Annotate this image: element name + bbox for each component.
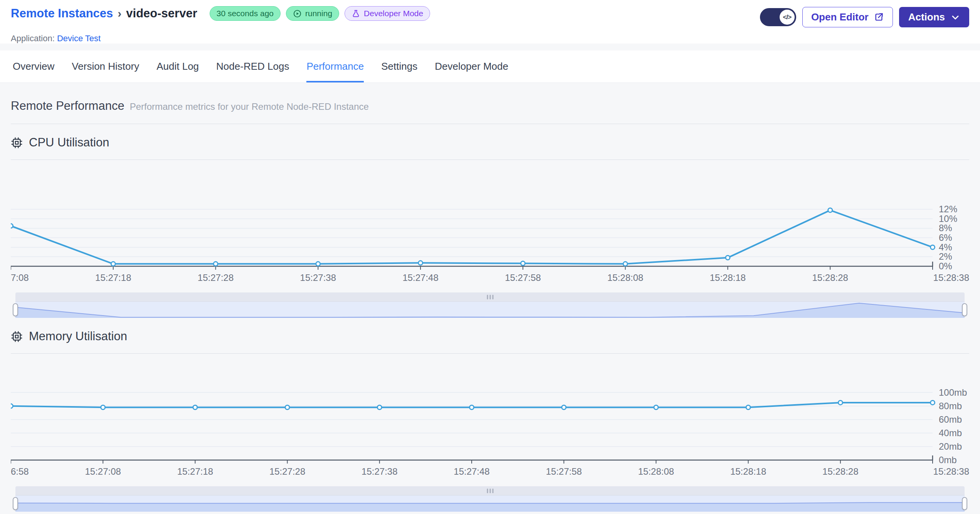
divider bbox=[11, 124, 969, 124]
breadcrumb-separator: › bbox=[117, 7, 122, 20]
svg-text:15:28:08: 15:28:08 bbox=[638, 466, 674, 477]
svg-text:15:27:38: 15:27:38 bbox=[300, 272, 336, 283]
breadcrumb-remote-instances-link[interactable]: Remote Instances bbox=[11, 7, 113, 20]
svg-text:15:27:58: 15:27:58 bbox=[505, 272, 541, 283]
svg-text:15:28:38: 15:28:38 bbox=[933, 272, 969, 283]
svg-text:15:27:18: 15:27:18 bbox=[177, 466, 213, 477]
cpu-brush-area-chart bbox=[15, 302, 965, 318]
cpu-brush-right-handle[interactable] bbox=[962, 303, 967, 316]
tab-audit-log[interactable]: Audit Log bbox=[156, 60, 199, 82]
tab-overview[interactable]: Overview bbox=[13, 60, 54, 82]
main-content: Remote Performance Performance metrics f… bbox=[0, 83, 980, 512]
external-link-icon bbox=[874, 12, 884, 22]
svg-text:20mb: 20mb bbox=[939, 441, 962, 452]
open-editor-button[interactable]: Open Editor bbox=[802, 7, 893, 27]
memory-section-title: Memory Utilisation bbox=[11, 329, 969, 343]
svg-text:40mb: 40mb bbox=[939, 428, 962, 438]
memory-chip-icon bbox=[11, 331, 23, 343]
svg-text:15:27:38: 15:27:38 bbox=[361, 466, 397, 477]
page-header: Remote Instances › video-server 30 secon… bbox=[0, 0, 980, 44]
svg-text:15:28:38: 15:28:38 bbox=[933, 466, 969, 477]
cpu-section-label: CPU Utilisation bbox=[29, 136, 109, 149]
cpu-brush-preview bbox=[15, 302, 965, 318]
breadcrumb-current-instance: video-server bbox=[126, 7, 197, 20]
svg-text:0%: 0% bbox=[939, 261, 952, 271]
tab-version-history[interactable]: Version History bbox=[72, 60, 139, 82]
breadcrumb: Remote Instances › video-server bbox=[11, 7, 197, 20]
tab-node-red-logs[interactable]: Node-RED Logs bbox=[216, 60, 289, 82]
svg-text:0mb: 0mb bbox=[939, 455, 957, 465]
svg-text:2%: 2% bbox=[939, 251, 952, 262]
flask-icon bbox=[351, 9, 360, 18]
application-label: Application: bbox=[11, 34, 55, 43]
svg-text:15:28:08: 15:28:08 bbox=[607, 272, 643, 283]
status-badges: 30 seconds ago running Developer Mode bbox=[210, 6, 430, 21]
memory-brush-preview bbox=[15, 496, 965, 512]
open-editor-label: Open Editor bbox=[811, 11, 869, 23]
tab-settings[interactable]: Settings bbox=[381, 60, 417, 82]
svg-text:12%: 12% bbox=[939, 204, 957, 214]
svg-text:7:08: 7:08 bbox=[11, 272, 29, 283]
svg-text:100mb: 100mb bbox=[939, 387, 967, 398]
memory-brush-drag-bar[interactable] bbox=[15, 486, 965, 496]
svg-text:15:27:28: 15:27:28 bbox=[269, 466, 305, 477]
svg-text:15:27:08: 15:27:08 bbox=[85, 466, 121, 477]
cpu-chip-icon bbox=[11, 137, 23, 149]
running-status-badge: running bbox=[286, 6, 339, 21]
cpu-section-title: CPU Utilisation bbox=[11, 136, 969, 149]
memory-section-label: Memory Utilisation bbox=[29, 329, 127, 343]
svg-text:15:28:18: 15:28:18 bbox=[730, 466, 766, 477]
svg-text:15:27:58: 15:27:58 bbox=[546, 466, 582, 477]
svg-text:15:28:28: 15:28:28 bbox=[812, 272, 848, 283]
tab-developer-mode[interactable]: Developer Mode bbox=[435, 60, 508, 82]
application-link[interactable]: Device Test bbox=[57, 34, 101, 43]
grip-icon bbox=[487, 489, 493, 493]
tab-bar: Overview Version History Audit Log Node-… bbox=[0, 50, 980, 83]
svg-text:15:28:18: 15:28:18 bbox=[710, 272, 746, 283]
cpu-brush-drag-bar[interactable] bbox=[15, 292, 965, 302]
page-title: Remote Performance bbox=[11, 99, 124, 113]
memory-brush-left-handle[interactable] bbox=[13, 497, 18, 510]
svg-text:15:27:48: 15:27:48 bbox=[454, 466, 489, 477]
running-status-label: running bbox=[305, 9, 332, 18]
last-seen-badge: 30 seconds ago bbox=[210, 6, 281, 21]
svg-text:15:27:28: 15:27:28 bbox=[198, 272, 234, 283]
svg-text:10%: 10% bbox=[939, 213, 957, 224]
play-circle-icon bbox=[293, 9, 302, 18]
svg-text:80mb: 80mb bbox=[939, 401, 962, 411]
memory-brush-area-chart bbox=[15, 496, 965, 512]
last-seen-label: 30 seconds ago bbox=[217, 9, 274, 18]
svg-text:60mb: 60mb bbox=[939, 414, 962, 425]
chevron-down-icon bbox=[951, 13, 960, 22]
memory-chart-range-selector[interactable] bbox=[15, 486, 965, 512]
cpu-chart-range-selector[interactable] bbox=[15, 292, 965, 318]
divider bbox=[11, 353, 969, 354]
memory-utilisation-chart: 6:5815:27:0815:27:1815:27:2815:27:3815:2… bbox=[11, 372, 969, 478]
svg-text:8%: 8% bbox=[939, 223, 952, 233]
svg-text:15:28:28: 15:28:28 bbox=[822, 466, 858, 477]
svg-text:6:58: 6:58 bbox=[11, 466, 29, 477]
svg-text:15:27:18: 15:27:18 bbox=[95, 272, 131, 283]
cpu-utilisation-chart: 7:0815:27:1815:27:2815:27:3815:27:4815:2… bbox=[11, 178, 969, 284]
svg-text:4%: 4% bbox=[939, 242, 952, 252]
developer-mode-badge[interactable]: Developer Mode bbox=[345, 6, 430, 21]
cpu-brush-left-handle[interactable] bbox=[13, 303, 18, 316]
actions-button[interactable]: Actions bbox=[899, 7, 969, 27]
code-icon: </> bbox=[780, 10, 795, 25]
tab-performance[interactable]: Performance bbox=[306, 60, 364, 82]
page-head: Remote Performance Performance metrics f… bbox=[11, 99, 969, 113]
svg-text:6%: 6% bbox=[939, 232, 952, 243]
svg-text:15:27:48: 15:27:48 bbox=[402, 272, 438, 283]
grip-icon bbox=[487, 295, 493, 299]
developer-mode-label: Developer Mode bbox=[364, 9, 423, 18]
application-row: Application: Device Test bbox=[11, 34, 969, 44]
developer-mode-toggle[interactable]: </> bbox=[760, 8, 796, 26]
page-subtitle: Performance metrics for your Remote Node… bbox=[130, 101, 369, 112]
memory-brush-right-handle[interactable] bbox=[962, 497, 967, 510]
divider bbox=[11, 160, 969, 160]
actions-label: Actions bbox=[908, 11, 945, 23]
